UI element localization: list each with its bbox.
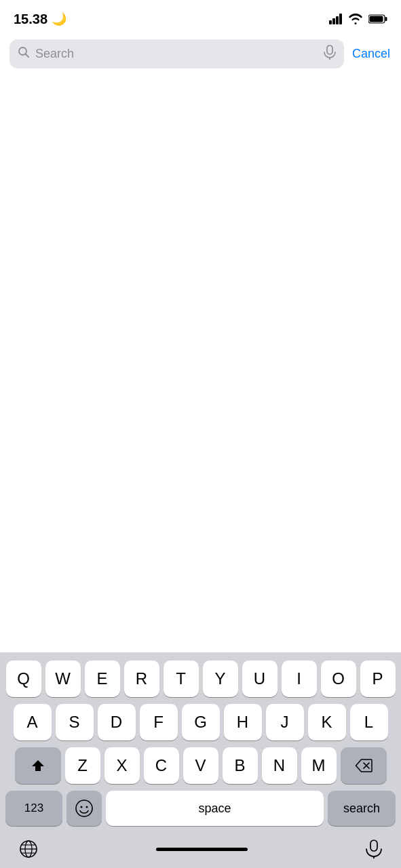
space-key[interactable]: space — [106, 791, 324, 826]
key-l[interactable]: L — [350, 704, 388, 741]
shift-key[interactable] — [15, 747, 61, 784]
mic-icon[interactable] — [324, 45, 336, 63]
key-n[interactable]: N — [262, 747, 297, 784]
svg-line-8 — [26, 54, 29, 58]
key-d[interactable]: D — [98, 704, 136, 741]
keyboard-row-2: A S D F G H J K L — [0, 704, 401, 741]
svg-rect-2 — [336, 16, 339, 24]
status-bar: 15.38 🌙 — [0, 0, 401, 34]
svg-rect-1 — [332, 18, 335, 24]
keyboard-row-4: 123 space search — [0, 791, 401, 826]
key-f[interactable]: F — [140, 704, 178, 741]
emoji-key[interactable] — [66, 791, 102, 826]
key-g[interactable]: G — [182, 704, 220, 741]
svg-rect-6 — [370, 16, 383, 22]
keyboard-row-3: Z X C V B N M — [0, 747, 401, 784]
moon-icon: 🌙 — [52, 12, 66, 26]
main-content — [0, 75, 401, 469]
key-x[interactable]: X — [104, 747, 140, 784]
svg-point-15 — [86, 806, 88, 808]
key-c[interactable]: C — [144, 747, 179, 784]
svg-rect-5 — [385, 17, 387, 21]
delete-key[interactable] — [341, 747, 387, 784]
search-key[interactable]: search — [328, 791, 396, 826]
key-a[interactable]: A — [14, 704, 52, 741]
key-w[interactable]: W — [45, 660, 81, 697]
key-j[interactable]: J — [266, 704, 304, 741]
svg-rect-21 — [370, 840, 377, 851]
svg-rect-0 — [329, 20, 332, 24]
search-input[interactable] — [35, 47, 318, 61]
battery-icon — [368, 14, 387, 24]
key-p[interactable]: P — [360, 660, 396, 697]
search-bar-row: Cancel — [0, 34, 401, 75]
svg-rect-3 — [339, 14, 342, 24]
svg-point-13 — [76, 800, 92, 816]
key-m[interactable]: M — [301, 747, 337, 784]
home-indicator — [156, 848, 248, 851]
key-z[interactable]: Z — [65, 747, 100, 784]
key-k[interactable]: K — [308, 704, 346, 741]
key-u[interactable]: U — [242, 660, 278, 697]
key-q[interactable]: Q — [6, 660, 41, 697]
key-h[interactable]: H — [224, 704, 262, 741]
svg-rect-9 — [327, 45, 332, 54]
key-y[interactable]: Y — [203, 660, 238, 697]
signal-icon — [329, 14, 343, 24]
wifi-icon — [348, 14, 363, 24]
numbers-key[interactable]: 123 — [5, 791, 62, 826]
status-time: 15.38 🌙 — [14, 12, 66, 27]
status-icons — [329, 14, 387, 24]
globe-icon[interactable] — [19, 840, 38, 863]
key-s[interactable]: S — [56, 704, 94, 741]
search-input-container[interactable] — [9, 39, 344, 68]
search-glass-icon — [18, 46, 30, 62]
key-v[interactable]: V — [183, 747, 218, 784]
cancel-button[interactable]: Cancel — [351, 47, 392, 61]
keyboard-row-1: Q W E R T Y U I O P — [0, 660, 401, 697]
keyboard: Q W E R T Y U I O P A S D F G H J K L Z … — [0, 652, 401, 868]
key-i[interactable]: I — [282, 660, 317, 697]
svg-point-14 — [81, 806, 83, 808]
time-label: 15.38 — [14, 12, 47, 27]
keyboard-bottom — [0, 833, 401, 868]
key-o[interactable]: O — [321, 660, 356, 697]
key-r[interactable]: R — [124, 660, 159, 697]
mic-bottom-icon[interactable] — [366, 840, 382, 863]
key-e[interactable]: E — [85, 660, 120, 697]
key-t[interactable]: T — [164, 660, 199, 697]
key-b[interactable]: B — [223, 747, 258, 784]
